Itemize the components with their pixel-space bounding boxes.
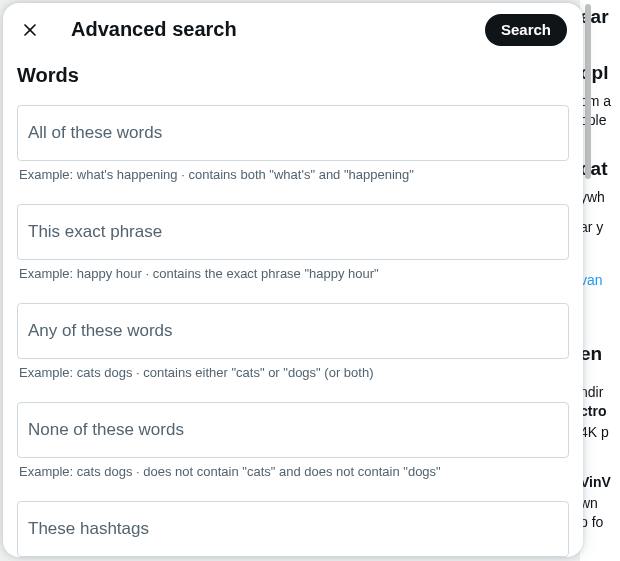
all-words-hint: Example: what's happening · contains bot… [17, 167, 569, 182]
exact-phrase-hint: Example: happy hour · contains the exact… [17, 266, 569, 281]
all-words-input[interactable] [17, 105, 569, 161]
none-words-hint: Example: cats dogs · does not contain "c… [17, 464, 569, 479]
field-any-words: Example: cats dogs · contains either "ca… [17, 303, 569, 380]
close-icon [20, 20, 40, 40]
section-title-words: Words [17, 64, 569, 87]
modal-title: Advanced search [71, 18, 485, 41]
field-hashtags [17, 501, 569, 557]
none-words-input[interactable] [17, 402, 569, 458]
hashtags-input[interactable] [17, 501, 569, 557]
search-button[interactable]: Search [485, 14, 567, 46]
modal-body: Words Example: what's happening · contai… [3, 56, 583, 557]
close-button[interactable] [13, 13, 47, 47]
field-none-words: Example: cats dogs · does not contain "c… [17, 402, 569, 479]
any-words-input[interactable] [17, 303, 569, 359]
advanced-search-modal: Advanced search Search Words Example: wh… [3, 3, 583, 557]
scrollbar-thumb[interactable] [585, 4, 591, 179]
exact-phrase-input[interactable] [17, 204, 569, 260]
modal-scrollbar[interactable] [583, 0, 593, 561]
modal-header: Advanced search Search [3, 3, 583, 56]
field-all-words: Example: what's happening · contains bot… [17, 105, 569, 182]
field-exact-phrase: Example: happy hour · contains the exact… [17, 204, 569, 281]
any-words-hint: Example: cats dogs · contains either "ca… [17, 365, 569, 380]
